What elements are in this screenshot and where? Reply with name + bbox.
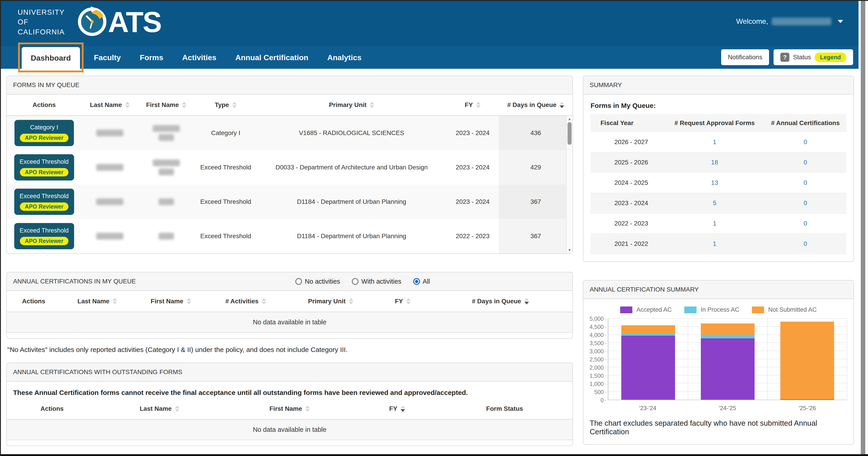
request-forms-count-link[interactable]: 5 xyxy=(713,200,716,207)
oats-logo: ATS xyxy=(77,6,161,38)
chart-category-section xyxy=(688,319,767,400)
col-activities[interactable]: # Activities xyxy=(208,291,284,312)
request-forms-count-link[interactable]: 1 xyxy=(713,220,716,227)
apo-reviewer-badge: APO Reviewer xyxy=(20,134,68,142)
days-in-queue-cell: 436 xyxy=(499,116,572,150)
bar-segment[interactable] xyxy=(621,336,675,400)
radio-icon xyxy=(295,278,302,285)
page-scrollbar-thumb[interactable] xyxy=(861,1,865,454)
summary-row: 2025 - 2026 18 0 xyxy=(591,152,846,173)
col-primary-unit[interactable]: Primary Unit xyxy=(257,94,446,115)
fy-cell: 2023 - 2024 xyxy=(446,195,499,209)
main-nav: Dashboard Faculty Forms Activities Annua… xyxy=(22,46,371,69)
scrollbar-thumb[interactable] xyxy=(567,122,571,145)
fiscal-year-cell: 2024 - 2025 xyxy=(591,175,665,190)
col-last-name[interactable]: Last Name xyxy=(82,94,138,115)
bar-segment[interactable] xyxy=(621,325,675,333)
legend-item[interactable]: Accepted AC xyxy=(620,306,672,313)
fiscal-year-cell: 2023 - 2024 xyxy=(591,196,665,210)
bar-segment[interactable] xyxy=(701,335,754,338)
col-actions: Actions xyxy=(7,398,97,419)
scroll-down-icon[interactable]: ▼ xyxy=(567,248,572,252)
stacked-bar[interactable] xyxy=(701,319,754,400)
no-activities-footnote: "No Activites" includes only reported ac… xyxy=(7,346,572,353)
exceed-threshold-action-button[interactable]: Exceed ThresholdAPO Reviewer xyxy=(14,189,74,215)
fiscal-year-cell: 2021 - 2022 xyxy=(591,236,665,251)
legend-item[interactable]: Not Submitted AC xyxy=(752,306,817,313)
category-i-action-button[interactable]: Category IAPO Reviewer xyxy=(14,120,74,146)
y-tick-label: 2,500 xyxy=(589,356,604,363)
col-last-name[interactable]: Last Name xyxy=(97,398,222,419)
x-tick-label: '25-'26 xyxy=(768,405,847,412)
exceed-threshold-action-button[interactable]: Exceed ThresholdAPO Reviewer xyxy=(14,154,74,180)
col-days-in-queue[interactable]: # Days in Queue xyxy=(428,291,572,312)
radio-all[interactable]: All xyxy=(413,278,430,285)
sort-icon-descending xyxy=(401,405,405,412)
col-first-name[interactable]: First Name xyxy=(134,291,208,312)
stacked-bar[interactable] xyxy=(780,319,834,400)
legend-item[interactable]: In Process AC xyxy=(684,306,739,313)
radio-no-activities[interactable]: No activities xyxy=(295,278,340,285)
primary-unit-cell: D1184 - Department of Urban Planning xyxy=(257,229,446,244)
days-in-queue-cell: 367 xyxy=(499,184,572,219)
tab-forms[interactable]: Forms xyxy=(130,46,173,69)
request-forms-count-link[interactable]: 13 xyxy=(711,179,718,187)
annual-certs-count-link[interactable]: 0 xyxy=(804,179,807,187)
sort-icon xyxy=(175,405,179,412)
annual-certs-count-link[interactable]: 0 xyxy=(804,138,807,146)
scroll-up-icon[interactable]: ▲ xyxy=(567,117,572,121)
apo-reviewer-badge: APO Reviewer xyxy=(20,237,68,245)
col-fy[interactable]: FY xyxy=(377,291,428,312)
ac-summary-panel: ANNUAL CERTIFICATION SUMMARY Accepted AC… xyxy=(583,280,854,445)
fiscal-year-cell: 2025 - 2026 xyxy=(591,155,665,170)
col-primary-unit[interactable]: Primary Unit xyxy=(284,291,377,312)
tab-dashboard[interactable]: Dashboard xyxy=(22,47,80,69)
request-forms-count-link[interactable]: 1 xyxy=(713,138,716,146)
tab-faculty[interactable]: Faculty xyxy=(85,46,130,69)
col-days-in-queue[interactable]: # Days in Queue xyxy=(499,94,572,115)
annual-certs-count-link[interactable]: 0 xyxy=(804,240,807,248)
y-tick-label: 0 xyxy=(600,397,604,404)
col-first-name[interactable]: First Name xyxy=(138,94,194,115)
bar-segment[interactable] xyxy=(701,338,754,400)
col-fy[interactable]: FY xyxy=(446,94,499,115)
annual-certs-count-link[interactable]: 0 xyxy=(804,220,807,227)
notifications-button[interactable]: Notifications xyxy=(721,49,769,65)
radio-with-activities[interactable]: With activities xyxy=(352,278,401,285)
bar-segment[interactable] xyxy=(701,323,754,335)
tab-activities[interactable]: Activities xyxy=(173,46,226,69)
tab-annual-certification[interactable]: Annual Certification xyxy=(226,46,318,69)
col-first-name[interactable]: First Name xyxy=(222,398,358,419)
redacted-user-name xyxy=(772,18,831,25)
panel-title: ANNUAL CERTIFICATIONS WITH OUTSTANDING F… xyxy=(7,363,572,381)
redacted-last-name xyxy=(82,126,138,140)
browser-window: UNIVERSITY OF CALIFORNIA xyxy=(0,0,868,456)
page-scrollbar[interactable] xyxy=(859,1,868,454)
redacted-last-name xyxy=(82,229,138,243)
request-forms-count-link[interactable]: 18 xyxy=(711,159,718,166)
request-forms-count-link[interactable]: 1 xyxy=(713,240,716,248)
status-legend-button[interactable]: ? Status Legend xyxy=(774,49,853,65)
summary-row: 2026 - 2027 1 0 xyxy=(591,132,846,152)
bar-segment[interactable] xyxy=(780,399,834,400)
table-scrollbar[interactable]: ▲ ▼ xyxy=(566,116,572,253)
col-type[interactable]: Type xyxy=(194,94,257,115)
fiscal-year-cell: 2026 - 2027 xyxy=(591,135,665,149)
user-menu[interactable]: Welcome, xyxy=(736,17,843,26)
col-fy[interactable]: FY xyxy=(358,398,437,419)
bar-segment[interactable] xyxy=(621,333,675,336)
y-tick-label: 1,500 xyxy=(589,372,604,379)
stacked-bar[interactable] xyxy=(621,319,675,400)
annual-certs-count-link[interactable]: 0 xyxy=(804,159,807,166)
redacted-first-name xyxy=(138,156,194,179)
apo-reviewer-badge: APO Reviewer xyxy=(20,168,68,176)
exceed-threshold-action-button[interactable]: Exceed ThresholdAPO Reviewer xyxy=(14,223,74,249)
bar-segment[interactable] xyxy=(780,322,834,399)
type-cell: Exceed Threshold xyxy=(194,160,257,175)
tab-analytics[interactable]: Analytics xyxy=(318,46,371,69)
col-last-name[interactable]: Last Name xyxy=(61,291,134,312)
summary-row: 2023 - 2024 5 0 xyxy=(591,193,846,213)
annual-certs-count-link[interactable]: 0 xyxy=(804,200,807,207)
summary-panel: SUMMARY Forms in My Queue: Fiscal Year #… xyxy=(583,76,854,262)
col-actions: Actions xyxy=(7,291,61,312)
